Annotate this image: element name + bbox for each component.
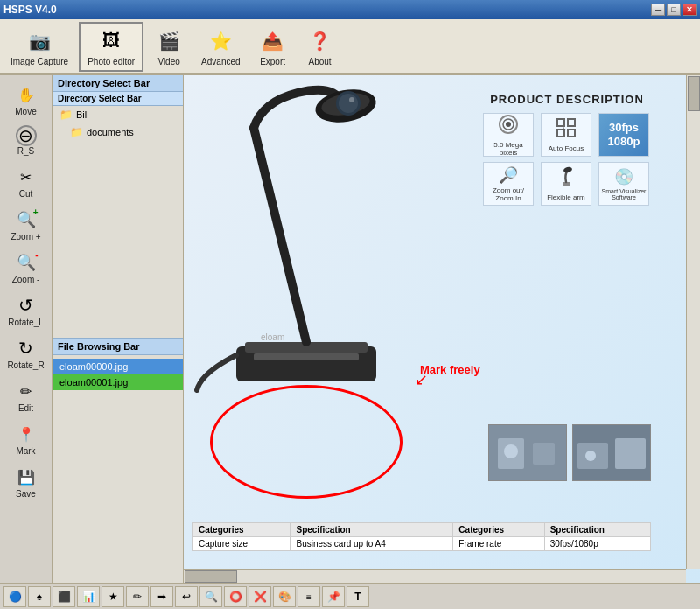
status-btn-circle[interactable]: 🔵 xyxy=(4,586,26,607)
menu-item-export[interactable]: 📤 Export xyxy=(251,24,295,70)
title-bar: HSPS V4.0 ─ □ ✕ xyxy=(0,0,700,19)
menu-item-image-capture[interactable]: 📷 Image Capture xyxy=(4,24,75,70)
horizontal-scroll-thumb[interactable] xyxy=(185,570,237,583)
status-btn-circle2[interactable]: ⭕ xyxy=(224,586,247,607)
svg-rect-8 xyxy=(254,354,359,360)
product-features-grid: 5.0 Mega pixels + xyxy=(483,113,651,206)
tree-item-bill[interactable]: 📁 Bill xyxy=(52,106,183,123)
tree-item-documents[interactable]: 📁 documents xyxy=(52,123,183,141)
spec-col-4: Specification xyxy=(544,523,650,537)
flexarm-icon xyxy=(556,166,577,192)
window-controls: ─ □ ✕ xyxy=(651,4,696,16)
main-layout: ✋ Move ⊖ R_S ✂ Cut 🔍+ Zoom + 🔍- Zoom - ↺… xyxy=(0,75,700,583)
software-label: Smart VisualizerSoftware xyxy=(602,188,647,200)
export-icon: 📤 xyxy=(259,27,287,55)
feature-fps: 30fps1080p xyxy=(598,113,649,157)
bill-folder-icon: 📁 xyxy=(60,108,73,121)
zoom-icon: 🔎 xyxy=(499,165,518,185)
status-btn-text[interactable]: T xyxy=(346,586,369,607)
sidebar-rs[interactable]: ⊖ R_S xyxy=(4,122,49,159)
status-btn-palette[interactable]: 🎨 xyxy=(273,586,296,607)
menu-item-photo-editor[interactable]: 🖼 Photo editor xyxy=(79,22,144,72)
video-icon: 🎬 xyxy=(155,27,183,55)
spec-col-3: Categories xyxy=(453,523,544,537)
feature-autofocus: + Auto Focus xyxy=(541,113,592,157)
file-2-label: eloam00001.jpg xyxy=(60,377,128,388)
move-icon: ✋ xyxy=(14,82,38,107)
file-item-1[interactable]: eloam00000.jpg xyxy=(52,359,183,374)
status-btn-undo[interactable]: ↩ xyxy=(175,586,198,607)
mark-freely-label: Mark freely xyxy=(420,363,480,376)
maximize-button[interactable]: □ xyxy=(667,4,681,16)
status-btn-pin[interactable]: 📌 xyxy=(322,586,345,607)
megapixels-label: 5.0 Mega pixels xyxy=(484,141,533,157)
horizontal-scrollbar[interactable] xyxy=(184,569,686,583)
rotate-l-label: Rotate_L xyxy=(8,318,44,327)
sidebar-move[interactable]: ✋ Move xyxy=(4,79,49,120)
sidebar-rotate-l[interactable]: ↺ Rotate_L xyxy=(4,290,49,331)
close-button[interactable]: ✕ xyxy=(682,4,696,16)
save-label: Save xyxy=(16,489,36,499)
documents-folder-icon: 📁 xyxy=(70,126,83,138)
software-icon: 💿 xyxy=(614,167,634,186)
sidebar-zoom-minus[interactable]: 🔍- Zoom - xyxy=(4,247,49,288)
menu-item-advanced[interactable]: ⭐ Advanced xyxy=(194,24,247,70)
sidebar-save[interactable]: 💾 Save xyxy=(4,461,49,502)
status-btn-spade[interactable]: ♠ xyxy=(28,586,51,607)
feature-zoom: 🔎 Zoom out/Zoom In xyxy=(483,162,534,206)
status-bar: 🔵 ♠ ⬛ 📊 ★ ✏ ➡ ↩ 🔍 ⭕ ❌ 🎨 ≡ 📌 T xyxy=(0,583,700,609)
fps-label: 30fps1080p xyxy=(608,121,640,148)
svg-rect-26 xyxy=(615,438,646,469)
minimize-button[interactable]: ─ xyxy=(651,4,665,16)
product-background: eloam PRODUCT DESCRIPTION xyxy=(184,75,686,569)
autofocus-label: Auto Focus xyxy=(549,144,584,152)
sidebar-mark[interactable]: 📍 Mark xyxy=(4,418,49,459)
mark-label: Mark xyxy=(16,446,35,456)
status-btn-square[interactable]: ⬛ xyxy=(52,586,75,607)
svg-rect-14 xyxy=(568,119,575,126)
status-btn-lines[interactable]: ≡ xyxy=(298,586,320,607)
sidebar-cut[interactable]: ✂ Cut xyxy=(4,161,49,202)
status-btn-arrow-right[interactable]: ➡ xyxy=(150,586,173,607)
thumbnails-container xyxy=(488,424,651,481)
sidebar-rotate-r[interactable]: ↻ Rotate_R xyxy=(4,332,49,374)
svg-point-27 xyxy=(585,451,596,461)
red-mark-ellipse xyxy=(210,385,402,499)
status-btn-pencil[interactable]: ✏ xyxy=(126,586,149,607)
spec-table: Categories Specification Categories Spec… xyxy=(192,522,651,551)
svg-rect-23 xyxy=(533,443,555,465)
zoom-minus-icon: 🔍- xyxy=(14,250,38,275)
file-1-label: eloam00000.jpg xyxy=(60,361,128,372)
bill-label: Bill xyxy=(76,109,89,120)
rotate-l-icon: ↺ xyxy=(14,293,38,318)
status-btn-star[interactable]: ★ xyxy=(102,586,124,607)
photo-editor-icon: 🖼 xyxy=(97,27,125,55)
image-capture-icon: 📷 xyxy=(25,27,53,55)
vertical-scroll-thumb[interactable] xyxy=(688,76,700,111)
edit-label: Edit xyxy=(18,403,33,413)
product-desc-title: PRODUCT DESCRIPTION xyxy=(483,93,651,106)
photo-editor-label: Photo editor xyxy=(88,57,135,66)
product-description: PRODUCT DESCRIPTION 5.0 Mega xyxy=(483,93,651,206)
rotate-r-label: Rotate_R xyxy=(7,360,44,370)
menu-item-video[interactable]: 🎬 Video xyxy=(147,24,191,70)
zoom-minus-label: Zoom - xyxy=(12,275,40,284)
sidebar-edit[interactable]: ✏ Edit xyxy=(4,375,49,416)
vertical-scrollbar[interactable] xyxy=(686,75,700,569)
lamp-illustration: eloam xyxy=(184,75,429,408)
file-item-2[interactable]: eloam00001.jpg xyxy=(52,374,183,390)
autofocus-icon: + xyxy=(556,117,577,143)
sidebar-zoom-plus[interactable]: 🔍+ Zoom + xyxy=(4,204,49,245)
directory-inner-bar: Directory Select Bar xyxy=(52,92,183,106)
svg-point-22 xyxy=(504,444,518,458)
cut-label: Cut xyxy=(19,189,33,199)
status-btn-zoom[interactable]: 🔍 xyxy=(200,586,222,607)
spec-cell-1-4: 30fps/1080p xyxy=(544,537,650,551)
status-btn-chart[interactable]: 📊 xyxy=(77,586,100,607)
about-icon: ❓ xyxy=(306,27,334,55)
spec-col-2: Specification xyxy=(290,523,453,537)
menu-item-about[interactable]: ❓ About xyxy=(298,24,342,70)
file-browsing-bar: File Browsing Bar xyxy=(52,338,183,355)
mark-icon: 📍 xyxy=(14,422,38,446)
status-btn-x[interactable]: ❌ xyxy=(248,586,271,607)
